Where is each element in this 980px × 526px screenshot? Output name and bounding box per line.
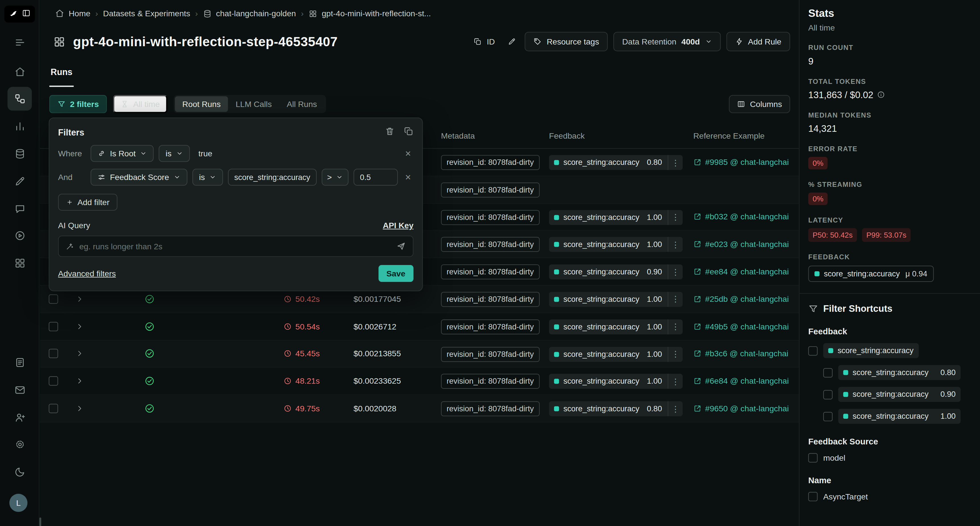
breadcrumb-datasets[interactable]: Datasets & Experiments [103, 9, 191, 18]
metadata-chip[interactable]: revision_id: 8078fad-dirty [441, 374, 539, 389]
reference-example-link[interactable]: #25db @ chat-langchai [693, 285, 797, 312]
user-avatar[interactable]: L [10, 494, 28, 512]
segment-root-runs[interactable]: Root Runs [175, 96, 228, 112]
feedback-chip[interactable]: score_string:accuracy 0.80 ⋮ [549, 401, 683, 416]
kebab-menu-icon[interactable]: ⋮ [668, 347, 683, 362]
reference-example-link[interactable]: #e023 @ chat-langchai [693, 231, 797, 258]
copy-filters-icon[interactable] [404, 126, 414, 138]
shortcut-checkbox[interactable] [808, 492, 818, 501]
feedback-key-input[interactable]: score_string:accuracy [228, 169, 317, 186]
kebab-menu-icon[interactable]: ⋮ [668, 292, 683, 307]
resource-tags-button[interactable]: Resource tags [525, 32, 608, 51]
row-expand-chevron[interactable] [76, 340, 84, 367]
kebab-menu-icon[interactable]: ⋮ [668, 374, 683, 389]
save-filters-button[interactable]: Save [378, 265, 414, 282]
metadata-chip[interactable]: revision_id: 8078fad-dirty [441, 319, 539, 334]
row-checkbox[interactable] [49, 294, 58, 304]
column-header-reference-example[interactable]: Reference Example [693, 131, 765, 140]
time-range-button[interactable]: All time [113, 95, 167, 113]
metadata-chip[interactable]: revision_id: 8078fad-dirty [441, 347, 539, 362]
shortcut-checkbox[interactable] [823, 411, 833, 421]
filter-operator-dropdown[interactable]: is [159, 145, 189, 162]
sidebar-item-playground[interactable] [7, 224, 32, 247]
metadata-chip[interactable]: revision_id: 8078fad-dirty [441, 265, 539, 279]
feedback-chip[interactable]: score_string:accuracy 1.00 ⋮ [549, 347, 683, 362]
kebab-menu-icon[interactable]: ⋮ [668, 401, 683, 416]
tab-runs[interactable]: Runs [49, 67, 73, 87]
columns-button[interactable]: Columns [729, 95, 790, 113]
sidebar-item-annotation[interactable] [7, 169, 32, 193]
comparator-dropdown[interactable]: > [321, 169, 349, 186]
row-checkbox[interactable] [49, 349, 58, 359]
kebab-menu-icon[interactable]: ⋮ [668, 237, 683, 252]
row-checkbox[interactable] [49, 376, 58, 386]
shortcut-checkbox[interactable] [823, 390, 833, 399]
theme-toggle-moon-icon[interactable] [7, 460, 32, 484]
breadcrumb-home[interactable]: Home [55, 9, 91, 18]
feedback-chip[interactable]: score_string:accuracy 1.00 ⋮ [549, 210, 683, 225]
reference-example-link[interactable]: #6e84 @ chat-langchai [693, 368, 797, 394]
metadata-chip[interactable]: revision_id: 8078fad-dirty [441, 401, 539, 416]
sidebar-item-docs[interactable] [7, 351, 32, 374]
filter-field-dropdown[interactable]: Is Root [91, 145, 154, 162]
metadata-chip[interactable]: revision_id: 8078fad-dirty [441, 292, 539, 307]
sidebar-item-datasets[interactable] [7, 142, 32, 166]
feedback-chip[interactable]: score_string:accuracy 1.00 ⋮ [549, 374, 683, 389]
ai-query-input[interactable] [79, 242, 390, 251]
shortcut-checkbox[interactable] [808, 453, 818, 463]
table-row[interactable]: 45.45s $0.00213855 revision_id: 8078fad-… [40, 340, 799, 368]
table-row[interactable]: 49.75s $0.0020028 revision_id: 8078fad-d… [40, 395, 799, 422]
kebab-menu-icon[interactable]: ⋮ [668, 210, 683, 225]
add-filter-button[interactable]: Add filter [58, 194, 118, 210]
shortcut-checkbox[interactable] [808, 346, 818, 355]
add-rule-button[interactable]: Add Rule [726, 32, 790, 51]
reference-example-link[interactable]: #9985 @ chat-langchai [693, 149, 797, 176]
reference-example-link[interactable]: #ee84 @ chat-langchai [693, 258, 797, 285]
metadata-chip[interactable]: revision_id: 8078fad-dirty [441, 155, 539, 170]
advanced-filters-link[interactable]: Advanced filters [58, 269, 116, 278]
api-key-link[interactable]: API Key [383, 220, 414, 230]
filter-operator-dropdown[interactable]: is [192, 169, 223, 186]
filters-button[interactable]: 2 filters [49, 95, 107, 113]
sidebar-item-feedback-mail[interactable] [7, 378, 32, 402]
sidebar-item-invite-user[interactable] [7, 406, 32, 429]
edit-name-button[interactable] [505, 32, 519, 51]
sidebar-item-prompts[interactable] [7, 197, 32, 220]
metadata-chip[interactable]: revision_id: 8078fad-dirty [441, 210, 539, 225]
sidebar-item-home[interactable] [7, 60, 32, 84]
feedback-chip[interactable]: score_string:accuracy 1.00 ⋮ [549, 319, 683, 334]
kebab-menu-icon[interactable]: ⋮ [668, 319, 683, 334]
feedback-chip[interactable]: score_string:accuracy 1.00 ⋮ [549, 237, 683, 252]
row-checkbox[interactable] [49, 404, 58, 413]
reference-example-link[interactable]: #9650 @ chat-langchai [693, 395, 797, 422]
column-header-metadata[interactable]: Metadata [441, 131, 475, 140]
remove-filter-icon[interactable]: × [403, 171, 414, 183]
table-row[interactable]: 48.21s $0.00233625 revision_id: 8078fad-… [40, 368, 799, 395]
feedback-chip[interactable]: score_string:accuracy 0.90 ⋮ [549, 265, 683, 279]
shortcut-checkbox[interactable] [823, 368, 833, 378]
remove-filter-icon[interactable]: × [403, 147, 414, 160]
reference-example-link[interactable]: #b3c6 @ chat-langchai [693, 340, 797, 367]
reference-example-link[interactable]: #b032 @ chat-langchai [693, 203, 797, 230]
feedback-summary-chip[interactable]: score_string:accuracy μ 0.94 [808, 266, 934, 282]
row-expand-chevron[interactable] [76, 313, 84, 340]
info-icon[interactable] [877, 91, 885, 99]
reference-example-link[interactable]: #49b5 @ chat-langchai [693, 313, 797, 340]
sidebar-item-deployments[interactable] [7, 251, 32, 275]
segment-all-runs[interactable]: All Runs [279, 96, 325, 112]
score-value-input[interactable]: 0.5 [354, 169, 398, 186]
metadata-chip[interactable]: revision_id: 8078fad-dirty [441, 182, 539, 198]
feedback-chip[interactable]: score_string:accuracy 1.00 ⋮ [549, 292, 683, 307]
row-checkbox[interactable] [49, 322, 58, 331]
feedback-chip[interactable]: score_string:accuracy 0.80 ⋮ [549, 155, 683, 170]
sidebar-item-tracing[interactable] [7, 87, 32, 111]
table-row[interactable]: 50.54s $0.0026712 revision_id: 8078fad-d… [40, 313, 799, 340]
filter-field-dropdown[interactable]: Feedback Score [91, 169, 187, 186]
segment-llm-calls[interactable]: LLM Calls [228, 96, 279, 112]
kebab-menu-icon[interactable]: ⋮ [668, 265, 683, 279]
column-header-feedback[interactable]: Feedback [549, 131, 585, 140]
kebab-menu-icon[interactable]: ⋮ [668, 155, 683, 170]
copy-id-button[interactable]: ID [469, 32, 499, 51]
breadcrumb-experiment[interactable]: gpt-4o-mini-with-reflection-st... [309, 9, 431, 18]
sidebar-item-settings[interactable] [7, 432, 32, 456]
